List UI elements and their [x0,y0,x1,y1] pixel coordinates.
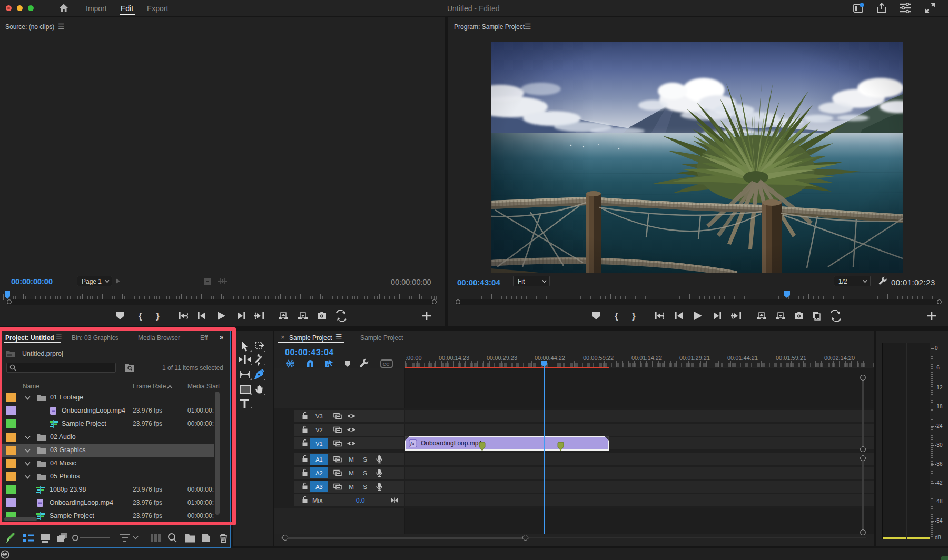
svg-text:0.0: 0.0 [356,497,365,504]
svg-text:{: { [615,311,618,321]
svg-text:M: M [349,456,354,463]
svg-text:}: } [156,311,160,321]
svg-text:S: S [363,484,367,490]
svg-text:V2: V2 [315,427,322,433]
svg-text:A3: A3 [315,484,322,490]
svg-text:V1: V1 [315,441,322,447]
svg-text:OnboardingLoop.mp4: OnboardingLoop.mp4 [421,439,482,447]
svg-text:{: { [139,311,142,321]
svg-text:S: S [363,456,367,463]
svg-text:M: M [349,484,354,490]
svg-text:A1: A1 [315,456,322,463]
svg-text:fx: fx [410,441,414,446]
svg-text:V3: V3 [315,413,322,419]
svg-text:A2: A2 [315,470,322,476]
svg-text:}: } [632,311,636,321]
svg-text:S: S [363,470,367,476]
svg-text:Mix: Mix [312,497,323,504]
svg-text:M: M [349,470,354,476]
